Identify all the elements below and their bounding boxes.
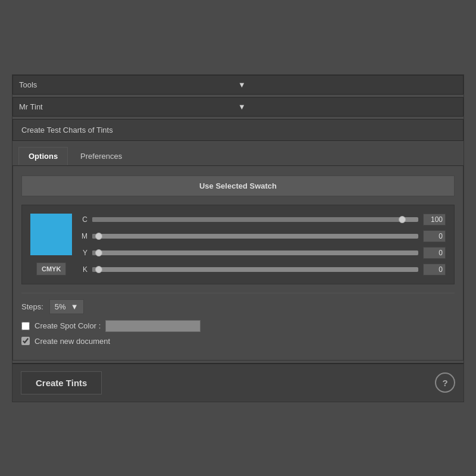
cmyk-mode-button[interactable]: CMYK bbox=[36, 262, 66, 275]
create-tints-button[interactable]: Create Tints bbox=[21, 371, 102, 394]
color-swatch-preview bbox=[30, 214, 72, 255]
m-slider[interactable] bbox=[92, 234, 418, 239]
y-slider[interactable] bbox=[92, 250, 418, 255]
bottom-bar: Create Tints ? bbox=[12, 363, 464, 402]
sliders-area: C M Y bbox=[79, 214, 446, 275]
tab-options-content: Use Selected Swatch CMYK C M bbox=[12, 166, 464, 361]
m-slider-row: M bbox=[79, 230, 446, 242]
mr-tint-dropdown[interactable]: Mr Tint ▼ bbox=[12, 97, 464, 117]
y-value-input[interactable] bbox=[423, 247, 446, 259]
section-title: Create Test Charts of Tints bbox=[12, 119, 464, 141]
steps-label: Steps: bbox=[21, 302, 43, 311]
c-slider[interactable] bbox=[92, 217, 418, 222]
steps-value: 5% bbox=[55, 302, 66, 311]
new-doc-label[interactable]: Create new document bbox=[35, 337, 110, 346]
steps-row: Steps: 5% ▼ bbox=[21, 299, 455, 314]
steps-dropdown-arrow: ▼ bbox=[71, 302, 79, 311]
tabs-row: Options Preferences bbox=[12, 142, 464, 166]
m-label: M bbox=[79, 232, 87, 240]
help-icon: ? bbox=[442, 378, 447, 388]
use-selected-swatch-button[interactable]: Use Selected Swatch bbox=[21, 176, 455, 196]
spot-color-row: Create Spot Color : bbox=[21, 320, 455, 332]
y-slider-row: Y bbox=[79, 247, 446, 259]
tools-dropdown-label: Tools bbox=[19, 80, 238, 89]
separator-1 bbox=[21, 293, 455, 293]
spot-color-input[interactable] bbox=[105, 320, 201, 332]
tools-dropdown[interactable]: Tools ▼ bbox=[12, 75, 464, 95]
c-slider-row: C bbox=[79, 214, 446, 226]
spot-color-checkbox[interactable] bbox=[21, 322, 30, 330]
tools-dropdown-arrow: ▼ bbox=[238, 80, 457, 89]
k-slider[interactable] bbox=[92, 267, 418, 272]
tab-options[interactable]: Options bbox=[18, 147, 68, 165]
new-doc-checkbox[interactable] bbox=[21, 337, 30, 345]
mr-tint-dropdown-arrow: ▼ bbox=[238, 102, 457, 111]
k-value-input[interactable] bbox=[423, 264, 446, 275]
tab-preferences[interactable]: Preferences bbox=[70, 147, 132, 165]
m-value-input[interactable] bbox=[423, 230, 446, 242]
steps-dropdown[interactable]: 5% ▼ bbox=[49, 299, 84, 314]
k-slider-row: K bbox=[79, 264, 446, 275]
mr-tint-dropdown-label: Mr Tint bbox=[19, 102, 238, 111]
k-label: K bbox=[79, 265, 87, 274]
y-label: Y bbox=[79, 249, 87, 257]
c-value-input[interactable] bbox=[423, 214, 446, 226]
spot-color-label[interactable]: Create Spot Color : bbox=[35, 321, 101, 330]
color-section: CMYK C M bbox=[21, 205, 455, 284]
new-doc-row: Create new document bbox=[21, 337, 455, 346]
help-button[interactable]: ? bbox=[435, 372, 455, 393]
c-label: C bbox=[79, 215, 87, 224]
